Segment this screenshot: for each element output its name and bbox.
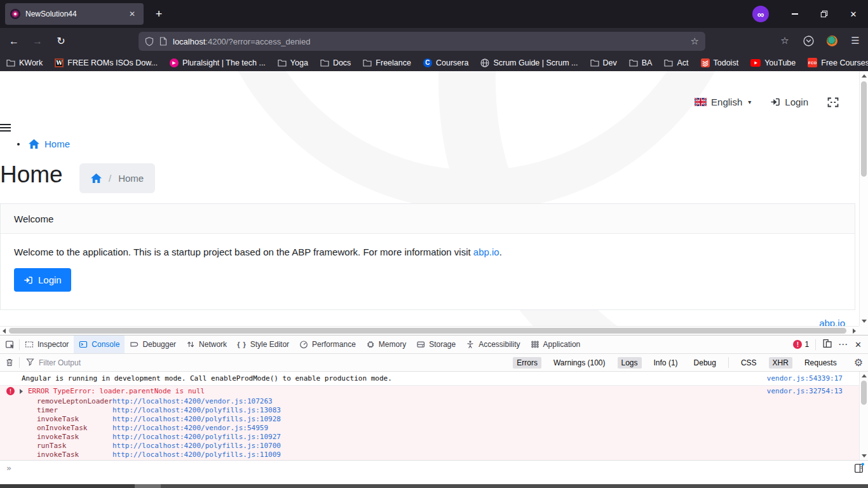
scroll-down-arrow[interactable] [862, 320, 867, 323]
tab-debugger[interactable]: Debugger [125, 336, 181, 353]
browser-tab[interactable]: NewSolution44 ✕ [5, 3, 144, 25]
tab-application[interactable]: Application [526, 336, 586, 353]
clear-console-trash-icon[interactable] [0, 358, 19, 367]
sidebar-toggle-hamburger[interactable] [0, 124, 11, 133]
profile-mask-icon[interactable]: ∞ [752, 6, 769, 22]
bookmark-dev[interactable]: Dev [590, 58, 617, 67]
stack-source-link[interactable]: http://localhost:4200/vendor.js:107263 [112, 397, 273, 405]
restore-button[interactable] [810, 0, 839, 28]
filter-xhr[interactable]: XHR [769, 357, 792, 369]
tab-network[interactable]: Network [181, 336, 232, 353]
tab-inspector[interactable]: Inspector [20, 336, 74, 353]
bookmark-docs[interactable]: Docs [320, 58, 351, 67]
page-info-icon[interactable] [159, 37, 167, 46]
tab-style-editor[interactable]: { } Style Editor [232, 336, 294, 353]
tab-console[interactable]: Console [74, 336, 125, 353]
error-icon: ! [793, 340, 802, 349]
filter-errors[interactable]: Errors [513, 357, 541, 369]
page-vertical-scrollbar[interactable] [859, 71, 868, 326]
devtools-menu-icon[interactable]: ⋯ [838, 339, 848, 350]
expand-triangle-icon[interactable] [20, 389, 23, 394]
stack-source-link[interactable]: http://localhost:4200/polyfills.js:10927 [112, 433, 281, 441]
bookmark-youtube[interactable]: YouTube [750, 58, 796, 67]
home-icon[interactable] [29, 139, 39, 149]
stack-source-link[interactable]: http://localhost:4200/vendor.js:54959 [112, 424, 268, 432]
scroll-down-arrow[interactable] [862, 454, 867, 458]
bookmark-freelance[interactable]: Freelance [363, 58, 411, 67]
console-settings-gear-icon[interactable]: ⚙ [854, 356, 863, 369]
bookmark-roms[interactable]: W FREE ROMs ISOs Dow... [55, 58, 158, 67]
fullscreen-icon[interactable] [827, 97, 839, 107]
stack-source-link[interactable]: http://localhost:4200/polyfills.js:10700 [112, 442, 281, 450]
login-arrow-icon [770, 97, 780, 107]
home-icon[interactable] [91, 173, 102, 183]
bookmarks-bar: KWork W FREE ROMs ISOs Dow... ▶ Pluralsi… [0, 54, 868, 71]
scroll-right-arrow[interactable] [853, 329, 856, 334]
stack-source-link[interactable]: http://localhost:4200/polyfills.js:10928 [112, 415, 281, 423]
forward-icon[interactable]: → [28, 32, 47, 51]
bookmark-free-courses[interactable]: FCO Free Courses Online D... [808, 58, 868, 67]
bookmark-coursera[interactable]: C Coursera [423, 58, 468, 67]
filter-debug[interactable]: Debug [690, 357, 720, 369]
bookmark-todoist[interactable]: Todoist [701, 58, 739, 67]
extension-globe-icon[interactable] [823, 32, 841, 50]
tab-close-icon[interactable]: ✕ [126, 8, 139, 20]
scrollbar-thumb[interactable] [9, 328, 846, 334]
split-console-sidebar-icon[interactable] [854, 463, 864, 475]
filter-output-input[interactable] [39, 358, 204, 367]
filter-info[interactable]: Info (1) [650, 357, 682, 369]
bookmark-scrum-guide[interactable]: Scrum Guide | Scrum ... [480, 58, 578, 67]
login-link[interactable]: Login [770, 97, 808, 107]
filter-css[interactable]: CSS [737, 357, 761, 369]
close-window-button[interactable]: ✕ [839, 0, 868, 28]
scrollbar-thumb[interactable] [861, 381, 867, 405]
scrollbar-thumb[interactable] [861, 81, 867, 177]
bookmark-act[interactable]: Act [664, 58, 688, 67]
menu-hamburger-icon[interactable]: ☰ [846, 32, 864, 50]
bookmark-ba[interactable]: BA [629, 58, 653, 67]
url-bar[interactable]: localhost:4200/?error=access_denied ☆ [139, 32, 705, 51]
abp-link[interactable]: abp.io [473, 247, 499, 257]
bookmark-yoga[interactable]: Yoga [278, 58, 308, 67]
pocket-icon[interactable] [799, 32, 817, 50]
bookmark-pluralsight[interactable]: ▶ Pluralsight | The tech ... [170, 58, 266, 67]
login-button[interactable]: Login [14, 268, 71, 292]
bookmark-star-icon[interactable]: ☆ [691, 36, 699, 47]
tab-performance[interactable]: Performance [294, 336, 361, 353]
bookmark-kwork[interactable]: KWork [6, 58, 43, 67]
url-text[interactable]: localhost:4200/?error=access_denied [173, 37, 691, 46]
save-bookmark-icon[interactable]: ☆ [776, 32, 794, 50]
tab-accessibility[interactable]: Accessibility [461, 336, 525, 353]
console-vertical-scrollbar[interactable] [859, 372, 868, 460]
tab-storage[interactable]: Storage [411, 336, 461, 353]
devtools-close-icon[interactable]: ✕ [855, 340, 862, 349]
language-dropdown[interactable]: English ▾ [695, 97, 751, 107]
card-body: Welcome to the application. This is a st… [1, 234, 855, 304]
log-source-link[interactable]: vendor.js:54339:17 [767, 374, 843, 383]
scroll-up-arrow[interactable] [862, 74, 867, 78]
scroll-left-arrow[interactable] [3, 329, 6, 334]
error-source-link[interactable]: vendor.js:32754:13 [767, 387, 843, 395]
home-link[interactable]: Home [44, 139, 70, 149]
console-input-row[interactable]: » [0, 460, 868, 476]
stack-source-link[interactable]: http://localhost:4200/polyfills.js:11009 [112, 451, 281, 459]
taskbar-strip [0, 484, 868, 488]
filter-warnings[interactable]: Warnings (100) [550, 357, 609, 369]
responsive-mode-icon[interactable] [822, 339, 832, 350]
error-count-badge[interactable]: ! 1 [793, 340, 809, 349]
shield-icon[interactable] [145, 37, 154, 46]
reload-icon[interactable]: ↻ [51, 32, 71, 51]
page-horizontal-scrollbar[interactable] [0, 326, 859, 335]
scroll-up-arrow[interactable] [862, 374, 867, 377]
pick-element-icon[interactable] [0, 336, 19, 353]
tab-memory[interactable]: Memory [361, 336, 411, 353]
folder-icon [320, 59, 329, 67]
stack-source-link[interactable]: http://localhost:4200/polyfills.js:13083 [112, 406, 281, 414]
filter-requests[interactable]: Requests [801, 357, 841, 369]
stack-frame: onInvokeTask http://localhost:4200/vendo… [0, 424, 859, 433]
breadcrumb: / Home [79, 163, 155, 193]
minimize-button[interactable] [780, 0, 810, 28]
filter-logs[interactable]: Logs [618, 357, 642, 369]
new-tab-button[interactable]: + [150, 5, 168, 23]
back-icon[interactable]: ← [4, 32, 24, 51]
